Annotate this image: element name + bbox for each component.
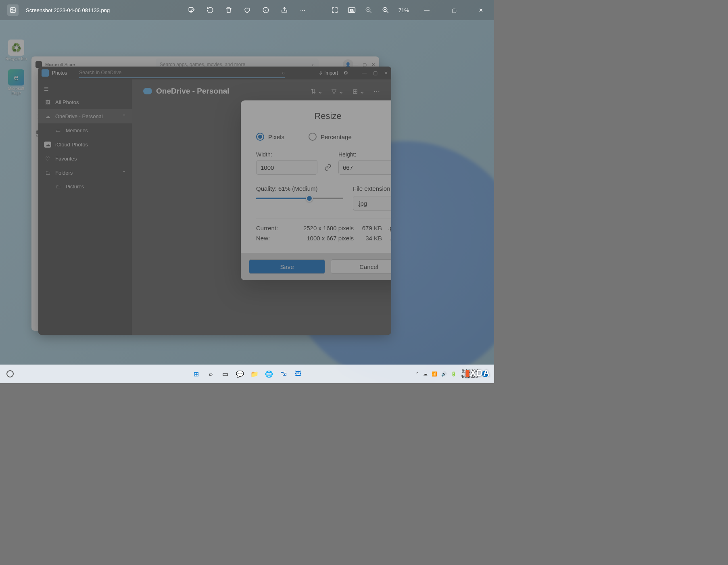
import-icon: ⇩ — [319, 70, 323, 76]
minimize-button[interactable]: — — [418, 2, 436, 18]
dialog-title: Resize — [256, 111, 391, 121]
photos-app-title: Photos — [52, 70, 67, 76]
chat-icon[interactable]: 💬 — [234, 368, 246, 379]
chevron-up-icon: ⌃ — [122, 113, 126, 119]
photos-main: OneDrive - Personal ⇅ ⌄ ▽ ⌄ ⊞ ⌄ ⋯ Resize… — [132, 79, 391, 335]
svg-line-12 — [386, 11, 388, 13]
task-view-icon[interactable]: ▭ — [220, 368, 231, 379]
save-button[interactable]: Save — [249, 259, 325, 274]
delete-icon[interactable] — [225, 6, 233, 14]
picture-icon: 🖼 — [44, 99, 51, 105]
cancel-button[interactable]: Cancel — [331, 259, 391, 274]
folder-icon: 🗀 — [44, 170, 51, 176]
fullscreen-icon[interactable] — [331, 6, 339, 14]
grid-icon[interactable]: ⊞ ⌄ — [353, 88, 365, 95]
minimize-icon[interactable]: — — [362, 70, 367, 76]
explorer-icon[interactable]: 📁 — [249, 368, 260, 379]
photo-viewer-titlebar: Screenshot 2023-04-06 081133.png ⋯ 1:1 7… — [0, 0, 494, 20]
current-size: 679 KB — [358, 225, 382, 231]
zoom-out-icon[interactable] — [365, 6, 373, 14]
more-icon[interactable]: ⋯ — [299, 6, 307, 14]
sidebar-item-icloud[interactable]: ☁iCloud Photos — [38, 138, 132, 152]
current-info-row: Current: 2520 x 1680 pixels 679 KB .png — [256, 225, 391, 231]
height-label: Height: — [338, 151, 391, 158]
hamburger-icon[interactable]: ☰ — [38, 83, 132, 95]
recycle-bin-icon: ♻️ — [8, 40, 24, 56]
edit-image-icon[interactable] — [188, 6, 196, 14]
sidebar-item-folders[interactable]: 🗀Folders⌃ — [38, 166, 132, 180]
photos-taskbar-icon[interactable]: 🖼 — [292, 368, 304, 379]
volume-icon[interactable]: 🔊 — [441, 371, 447, 377]
photos-search-placeholder: Search in OneDrive — [79, 70, 282, 75]
widgets-icon[interactable] — [6, 370, 14, 377]
extension-select[interactable]: .jpg ⌄ — [353, 196, 391, 211]
maximize-button[interactable]: ▢ — [445, 2, 463, 18]
link-aspect-icon[interactable] — [323, 160, 333, 175]
sidebar-item-onedrive[interactable]: ☁OneDrive - Personal⌃ — [38, 109, 132, 123]
close-button[interactable]: ✕ — [472, 2, 490, 18]
cloud-icon: ☁ — [44, 113, 51, 119]
zoom-in-icon[interactable] — [382, 6, 390, 14]
memories-icon: ▭ — [54, 127, 62, 133]
close-icon[interactable]: ✕ — [384, 70, 388, 76]
photos-titlebar: Photos Search in OneDrive ⌕ ⇩Import ⚙ — … — [38, 67, 391, 79]
maximize-icon[interactable]: ▢ — [373, 70, 378, 76]
info-icon[interactable] — [262, 6, 270, 14]
photo-viewer-app-icon — [7, 4, 19, 16]
chevron-down-icon: ⌄ — [390, 200, 391, 207]
svg-point-1 — [12, 9, 13, 10]
edge-icon: e — [8, 69, 24, 85]
desktop-icon-edge[interactable]: e Microsoft Edge — [4, 69, 28, 95]
new-label: New: — [256, 235, 292, 242]
width-label: Width: — [256, 151, 317, 158]
svg-text:1:1: 1:1 — [350, 9, 354, 12]
desktop-icon-recycle[interactable]: ♻️ Recycle Bin — [4, 40, 28, 61]
icloud-icon: ☁ — [44, 142, 51, 148]
favorite-icon[interactable] — [243, 6, 251, 14]
filter-icon[interactable]: ▽ ⌄ — [332, 88, 343, 95]
file-name: Screenshot 2023-04-06 081133.png — [26, 7, 110, 13]
new-size: 34 KB — [358, 235, 382, 242]
tray-chevron-icon[interactable]: ⌃ — [415, 371, 419, 377]
cloud-icon — [143, 88, 152, 94]
sidebar-item-favorites[interactable]: ♡Favorites — [38, 152, 132, 166]
new-dims: 1000 x 667 pixels — [292, 235, 358, 242]
radio-pixels[interactable]: Pixels — [256, 133, 284, 141]
more-icon[interactable]: ⋯ — [373, 88, 380, 95]
taskbar: ⊞ ⌕ ▭ 💬 📁 🌐 🛍 🖼 ⌃ ☁ 📶 🔊 🔋 8:11 AM 4/6/20… — [0, 365, 494, 383]
photos-search[interactable]: Search in OneDrive ⌕ — [79, 68, 285, 78]
radio-unchecked-icon — [309, 133, 317, 141]
height-input[interactable] — [338, 160, 391, 175]
sidebar-item-pictures[interactable]: 🗀Pictures — [38, 180, 132, 194]
onedrive-tray-icon[interactable]: ☁ — [423, 371, 428, 377]
slider-thumb[interactable] — [306, 195, 313, 202]
folder-icon: 🗀 — [54, 184, 62, 190]
settings-icon[interactable]: ⚙ — [344, 70, 348, 76]
photos-sidebar: ☰ 🖼All Photos ☁OneDrive - Personal⌃ ▭Mem… — [38, 79, 132, 335]
import-button[interactable]: ⇩Import — [319, 70, 338, 76]
wifi-icon[interactable]: 📶 — [432, 371, 437, 377]
rotate-icon[interactable] — [206, 6, 214, 14]
actual-size-icon[interactable]: 1:1 — [348, 6, 356, 14]
width-input[interactable] — [256, 160, 317, 175]
heart-icon: ♡ — [44, 156, 51, 162]
sidebar-item-memories[interactable]: ▭Memories — [38, 123, 132, 138]
sort-icon[interactable]: ⇅ ⌄ — [311, 88, 323, 95]
share-icon[interactable] — [280, 6, 288, 14]
new-ext: .jpg — [382, 235, 391, 242]
store-taskbar-icon[interactable]: 🛍 — [278, 368, 289, 379]
radio-percentage[interactable]: Percentage — [309, 133, 352, 141]
radio-checked-icon — [256, 133, 264, 141]
zoom-level: 71% — [398, 7, 409, 13]
extension-label: File extension — [353, 185, 391, 192]
watermark-x: ▮ — [465, 368, 470, 378]
main-title: OneDrive - Personal — [156, 87, 229, 96]
battery-icon[interactable]: 🔋 — [451, 371, 457, 377]
edge-taskbar-icon[interactable]: 🌐 — [263, 368, 275, 379]
sidebar-item-all-photos[interactable]: 🖼All Photos — [38, 95, 132, 109]
start-button[interactable]: ⊞ — [191, 368, 202, 379]
current-dims: 2520 x 1680 pixels — [292, 225, 358, 231]
watermark: ▮XDA — [465, 368, 490, 378]
quality-slider[interactable] — [256, 198, 343, 199]
taskbar-search[interactable]: ⌕ — [205, 368, 217, 379]
